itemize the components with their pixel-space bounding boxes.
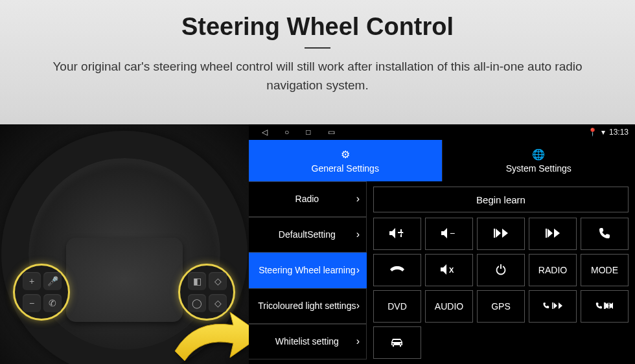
svg-text:X: X — [449, 266, 454, 274]
button-label: RADIO — [538, 265, 567, 275]
power-icon — [495, 264, 507, 277]
next-icon — [546, 229, 560, 240]
nav-screenshot-icon[interactable]: ▭ — [328, 128, 335, 137]
wifi-icon: ▾ — [601, 128, 605, 137]
mute-icon: X — [441, 264, 457, 277]
svg-text:−: − — [450, 228, 455, 238]
device-screen: ◁ ○ □ ▭ 📍 ▾ 13:13 ⚙ General Settings 🌐 S… — [249, 124, 635, 364]
tab-system-settings[interactable]: 🌐 System Settings — [443, 140, 636, 181]
button-label: MODE — [591, 265, 618, 275]
android-status-bar: ◁ ○ □ ▭ 📍 ▾ 13:13 — [249, 124, 635, 140]
sidebar-item-label: Radio — [258, 194, 356, 204]
sidebar-item-default[interactable]: DefaultSetting › — [249, 217, 367, 253]
sidebar-item-tricoloured-light[interactable]: Tricoloured light settings › — [249, 288, 367, 324]
phone-icon — [599, 227, 610, 241]
phone-answer-button[interactable] — [581, 218, 629, 250]
volume-down-icon: − — [441, 227, 457, 241]
nav-home-icon[interactable]: ○ — [284, 128, 289, 137]
button-label: DVD — [387, 301, 407, 312]
phone-icon: ✆ — [43, 294, 62, 312]
nav-recent-icon[interactable]: □ — [306, 128, 310, 137]
volume-down-button[interactable]: − — [425, 218, 473, 250]
svg-rect-6 — [500, 264, 502, 269]
sidebar-item-radio[interactable]: Radio › — [249, 181, 367, 217]
sidebar-item-label: Tricoloured light settings — [258, 301, 356, 311]
gps-button[interactable]: GPS — [477, 290, 525, 323]
sidebar-item-whitelist[interactable]: Whitelist setting › — [249, 324, 367, 359]
voice-icon: 🎤 — [43, 272, 62, 290]
svg-text:+: + — [399, 229, 404, 238]
radio-button[interactable]: RADIO — [529, 254, 577, 286]
phone-next-button[interactable] — [581, 290, 629, 323]
phone-previous-button[interactable] — [529, 290, 577, 323]
sidebar-item-label: DefaultSetting — [258, 229, 356, 240]
car-icon — [389, 337, 405, 349]
clock-text: 13:13 — [609, 128, 629, 137]
volume-up-button[interactable]: + — [373, 218, 421, 250]
wheel-pod-left: + 🎤 − ✆ — [13, 264, 70, 321]
gps-icon: 📍 — [588, 128, 597, 137]
nav-back-icon[interactable]: ◁ — [262, 128, 268, 137]
button-label: GPS — [491, 301, 511, 312]
chevron-right-icon: › — [356, 264, 360, 276]
button-label: AUDIO — [435, 301, 463, 312]
sidebar-item-steering-wheel[interactable]: Steering Wheel learning › — [249, 253, 367, 288]
chevron-right-icon: › — [356, 300, 360, 312]
page-title: Steering Wheel Control — [26, 13, 609, 41]
previous-icon — [494, 229, 508, 240]
tab-label: System Settings — [506, 163, 572, 174]
callout-arrow-icon — [168, 306, 249, 364]
audio-button[interactable]: AUDIO — [425, 290, 473, 323]
gear-icon: ⚙ — [341, 148, 350, 161]
tab-general-settings[interactable]: ⚙ General Settings — [249, 140, 442, 181]
settings-sidebar: Radio › DefaultSetting › Steering Wheel … — [249, 181, 367, 364]
phone-prev-icon — [543, 301, 562, 312]
begin-learn-button[interactable]: Begin learn — [373, 187, 629, 212]
learning-panel: Begin learn + − — [367, 181, 635, 364]
minus-icon: − — [23, 294, 41, 312]
page-subtitle: Your original car's steering wheel contr… — [26, 58, 609, 95]
title-divider — [305, 47, 330, 49]
media-icon: ◧ — [188, 272, 206, 290]
button-label: Begin learn — [476, 194, 525, 205]
volume-up-icon: + — [389, 227, 405, 241]
mute-button[interactable]: X — [425, 254, 473, 286]
next-track-button[interactable] — [529, 218, 577, 250]
phone-hangup-button[interactable] — [373, 254, 421, 286]
previous-track-button[interactable] — [477, 218, 525, 250]
system-icon: 🌐 — [532, 148, 545, 161]
tab-label: General Settings — [312, 163, 379, 174]
nav-up-icon: ◇ — [209, 272, 227, 290]
plus-icon: + — [23, 272, 41, 290]
chevron-right-icon: › — [356, 229, 360, 240]
dvd-button[interactable]: DVD — [373, 290, 421, 323]
sidebar-item-label: Steering Wheel learning — [258, 265, 356, 275]
chevron-right-icon: › — [356, 193, 360, 205]
phone-next-icon — [595, 301, 614, 312]
car-button[interactable] — [373, 326, 421, 359]
chevron-right-icon: › — [356, 336, 360, 347]
mode-button[interactable]: MODE — [581, 254, 629, 286]
steering-wheel-photo: + 🎤 − ✆ ◧ ◇ ◯ ◇ — [0, 124, 249, 364]
power-button[interactable] — [477, 254, 525, 286]
sidebar-item-label: Whitelist setting — [258, 336, 356, 347]
hangup-icon — [390, 265, 404, 276]
